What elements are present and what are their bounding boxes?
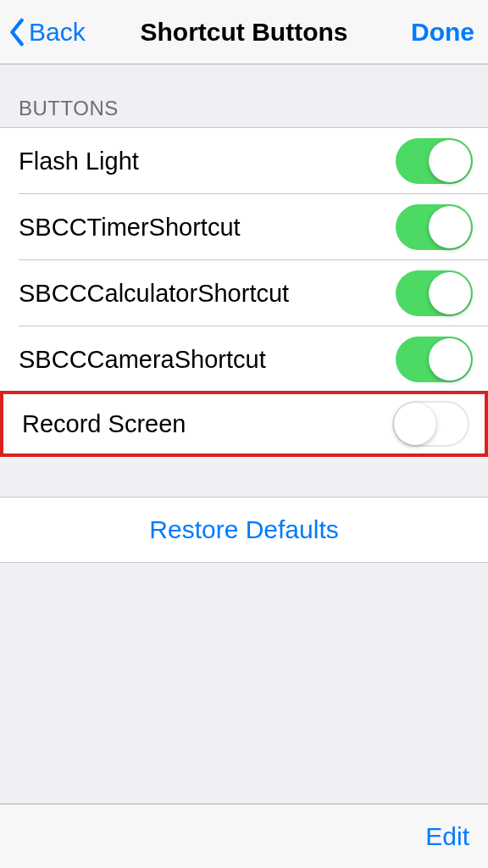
row-record-screen: Record Screen — [0, 391, 488, 457]
row-camera-shortcut: SBCCCameraShortcut — [0, 326, 488, 392]
restore-defaults-label: Restore Defaults — [149, 515, 338, 544]
restore-defaults-row[interactable]: Restore Defaults — [0, 497, 488, 563]
toggle-flash-light[interactable] — [396, 138, 473, 184]
page-title: Shortcut Buttons — [141, 18, 348, 47]
toggle-knob — [429, 272, 471, 314]
row-label: SBCCCameraShortcut — [19, 346, 266, 374]
row-label: Flash Light — [19, 147, 139, 175]
row-label: Record Screen — [22, 410, 186, 438]
toggle-knob — [394, 403, 436, 445]
toggle-timer-shortcut[interactable] — [396, 204, 473, 250]
back-button[interactable]: Back — [8, 18, 86, 47]
bottom-toolbar: Edit — [0, 804, 488, 868]
chevron-left-icon — [8, 18, 25, 47]
buttons-list: Flash Light SBCCTimerShortcut SBCCCalcul… — [0, 127, 488, 456]
navigation-bar: Back Shortcut Buttons Done — [0, 0, 488, 64]
toggle-camera-shortcut[interactable] — [396, 337, 473, 382]
row-flash-light: Flash Light — [0, 128, 488, 194]
toggle-knob — [429, 338, 471, 381]
back-label: Back — [29, 18, 86, 47]
row-calculator-shortcut: SBCCCalculatorShortcut — [0, 260, 488, 326]
row-timer-shortcut: SBCCTimerShortcut — [0, 194, 488, 260]
section-header-buttons: BUTTONS — [0, 64, 488, 127]
done-button[interactable]: Done — [411, 18, 480, 47]
toggle-record-screen[interactable] — [392, 401, 469, 447]
toggle-calculator-shortcut[interactable] — [396, 270, 473, 316]
toggle-knob — [429, 206, 471, 248]
edit-button[interactable]: Edit — [425, 822, 469, 851]
row-label: SBCCCalculatorShortcut — [19, 280, 289, 308]
toggle-knob — [429, 140, 471, 182]
row-label: SBCCTimerShortcut — [19, 214, 241, 242]
